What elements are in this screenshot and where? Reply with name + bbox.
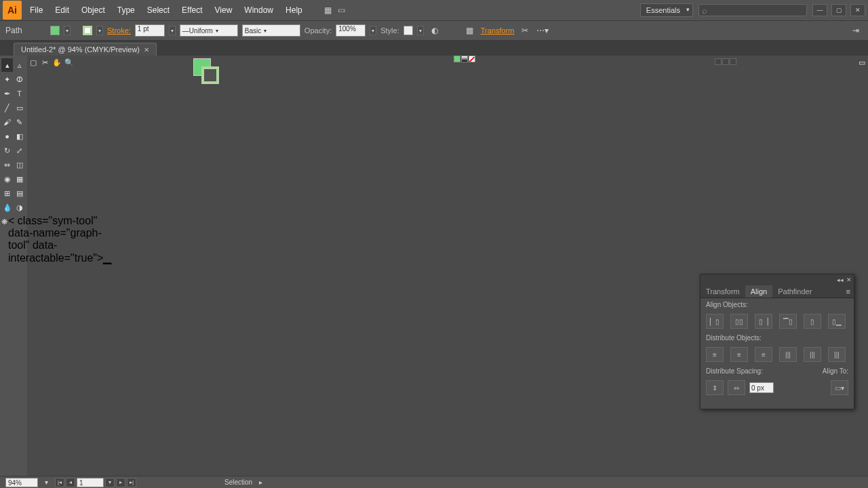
menu-object[interactable]: Object bbox=[76, 3, 111, 18]
recolor-icon[interactable]: ◐ bbox=[428, 24, 441, 37]
page-dropdown[interactable]: ▾ bbox=[105, 478, 115, 487]
perspective-tool[interactable]: ▦ bbox=[14, 172, 25, 186]
pathfinder-tab[interactable]: Pathfinder bbox=[772, 285, 817, 298]
menu-window[interactable]: Window bbox=[239, 3, 279, 18]
window-minimize[interactable]: — bbox=[812, 4, 827, 16]
isolate-icon[interactable]: ✂ bbox=[518, 24, 532, 37]
panel-collapse-icon[interactable]: ⇥ bbox=[849, 24, 863, 37]
menu-edit[interactable]: Edit bbox=[50, 3, 75, 18]
last-page-button[interactable]: ▸| bbox=[127, 478, 136, 487]
fill-swatch[interactable] bbox=[50, 26, 60, 35]
type-tool[interactable]: T bbox=[14, 87, 25, 100]
selection-tool[interactable]: ▴ bbox=[1, 58, 13, 72]
menu-help[interactable]: Help bbox=[280, 3, 308, 18]
screen-mode-icon[interactable]: ▭ bbox=[335, 3, 349, 17]
slice-tool[interactable]: ✂ bbox=[39, 56, 51, 69]
stroke-color-swatch[interactable] bbox=[201, 66, 219, 84]
graphic-style-select[interactable]: Basic bbox=[242, 24, 300, 37]
window-close[interactable]: ✕ bbox=[850, 4, 865, 16]
align-to-button[interactable]: ▭▾ bbox=[831, 380, 848, 395]
window-maximize[interactable]: ▢ bbox=[831, 4, 846, 16]
first-page-button[interactable]: |◂ bbox=[55, 478, 64, 487]
more-icon[interactable]: ⋯▾ bbox=[536, 24, 549, 37]
selection-dropdown-icon[interactable]: ▸ bbox=[259, 479, 262, 486]
align-icon[interactable]: ▦ bbox=[463, 24, 477, 37]
color-mode-fill[interactable] bbox=[454, 56, 460, 62]
menu-view[interactable]: View bbox=[210, 3, 238, 18]
symbol-sprayer-tool[interactable]: ❋ bbox=[1, 215, 7, 228]
mesh-tool[interactable]: ⊞ bbox=[1, 186, 13, 200]
line-tool[interactable]: ╱ bbox=[1, 101, 13, 115]
eyedropper-tool[interactable]: 💧 bbox=[1, 201, 13, 214]
document-tab[interactable]: Untitled-2* @ 94% (CMYK/Preview) ✕ bbox=[14, 43, 157, 56]
style-swatch[interactable] bbox=[403, 26, 413, 35]
lasso-tool[interactable]: ⵀ bbox=[14, 73, 25, 86]
panel-close-icon[interactable]: ✕ bbox=[846, 277, 852, 283]
menu-select[interactable]: Select bbox=[142, 3, 175, 18]
blend-tool[interactable]: ◑ bbox=[14, 201, 25, 214]
screen-mode-tool[interactable]: ▭ bbox=[856, 56, 868, 69]
pen-tool[interactable]: ✒ bbox=[1, 87, 13, 100]
menu-file[interactable]: File bbox=[24, 3, 48, 18]
direct-selection-tool[interactable]: ▵ bbox=[14, 58, 25, 72]
blob-brush-tool[interactable]: ● bbox=[1, 129, 13, 143]
arrange-documents-icon[interactable]: ▦ bbox=[321, 3, 335, 17]
artboard-tool[interactable]: ▢ bbox=[27, 56, 39, 69]
menu-type[interactable]: Type bbox=[112, 3, 140, 18]
distribute-left-button[interactable]: ||| bbox=[779, 347, 797, 362]
fill-dropdown[interactable]: ▾ bbox=[64, 26, 71, 35]
stroke-weight-input[interactable]: 1 pt bbox=[135, 24, 165, 37]
hand-tool[interactable]: ✋ bbox=[51, 56, 62, 69]
align-top-button[interactable]: ▔▯ bbox=[779, 314, 797, 329]
align-right-button[interactable]: ▯▕ bbox=[755, 314, 772, 329]
magic-wand-tool[interactable]: ✦ bbox=[1, 73, 13, 86]
rotate-tool[interactable]: ↻ bbox=[1, 144, 13, 157]
next-page-button[interactable]: ▸ bbox=[116, 478, 125, 487]
zoom-tool[interactable]: 🔍 bbox=[63, 56, 75, 69]
panel-menu-icon[interactable]: ≡ bbox=[843, 285, 854, 298]
style-dropdown[interactable]: ▾ bbox=[417, 26, 424, 35]
pencil-tool[interactable]: ✎ bbox=[14, 115, 25, 129]
fill-stroke-indicator[interactable] bbox=[193, 58, 216, 85]
zoom-input[interactable]: 94% bbox=[5, 478, 38, 487]
transform-tab[interactable]: Transform bbox=[701, 285, 745, 298]
vertical-spacing-button[interactable]: ⇕ bbox=[706, 380, 724, 395]
align-bottom-button[interactable]: ▯▁ bbox=[828, 314, 846, 329]
align-vcenter-button[interactable]: ▯ bbox=[804, 314, 821, 329]
opacity-input[interactable]: 100% bbox=[336, 24, 366, 37]
gradient-tool[interactable]: ▤ bbox=[14, 186, 25, 200]
stroke-swatch[interactable] bbox=[83, 26, 92, 35]
panel-collapse-icon[interactable]: ◂◂ bbox=[837, 277, 844, 283]
search-input[interactable] bbox=[698, 4, 807, 16]
paintbrush-tool[interactable]: 🖌 bbox=[1, 115, 13, 129]
color-mode-none[interactable] bbox=[469, 56, 475, 62]
transform-link[interactable]: Transform bbox=[481, 26, 515, 35]
align-left-button[interactable]: ▏▯ bbox=[706, 314, 724, 329]
zoom-dropdown-icon[interactable]: ▾ bbox=[45, 479, 48, 486]
prev-page-button[interactable]: ◂ bbox=[66, 478, 75, 487]
width-tool[interactable]: ⇔ bbox=[1, 158, 13, 171]
draw-behind-icon[interactable] bbox=[722, 58, 729, 65]
workspace-switcher[interactable]: Essentials bbox=[640, 3, 693, 17]
distribute-bottom-button[interactable]: ≡ bbox=[755, 347, 772, 362]
close-tab-icon[interactable]: ✕ bbox=[144, 46, 149, 54]
rectangle-tool[interactable]: ▭ bbox=[14, 101, 25, 115]
align-tab[interactable]: Align bbox=[745, 285, 772, 298]
stroke-weight-dropdown[interactable]: ▾ bbox=[169, 26, 176, 35]
distribute-top-button[interactable]: ≡ bbox=[706, 347, 724, 362]
draw-inside-icon[interactable] bbox=[730, 58, 736, 65]
horizontal-spacing-button[interactable]: ⇔ bbox=[728, 380, 745, 395]
distribute-right-button[interactable]: ||| bbox=[828, 347, 846, 362]
draw-normal-icon[interactable] bbox=[715, 58, 722, 65]
stroke-dropdown[interactable]: ▾ bbox=[96, 26, 103, 35]
page-input[interactable]: 1 bbox=[77, 478, 104, 487]
free-transform-tool[interactable]: ◫ bbox=[14, 158, 25, 171]
stroke-label[interactable]: Stroke: bbox=[107, 26, 131, 35]
eraser-tool[interactable]: ◧ bbox=[14, 129, 25, 143]
spacing-value-input[interactable] bbox=[749, 382, 774, 393]
align-hcenter-button[interactable]: ▯▯ bbox=[730, 314, 748, 329]
color-mode-gradient[interactable] bbox=[461, 56, 468, 62]
brush-select[interactable]: — Uniform bbox=[180, 24, 238, 37]
opacity-dropdown[interactable]: ▾ bbox=[370, 26, 376, 35]
menu-effect[interactable]: Effect bbox=[176, 3, 208, 18]
